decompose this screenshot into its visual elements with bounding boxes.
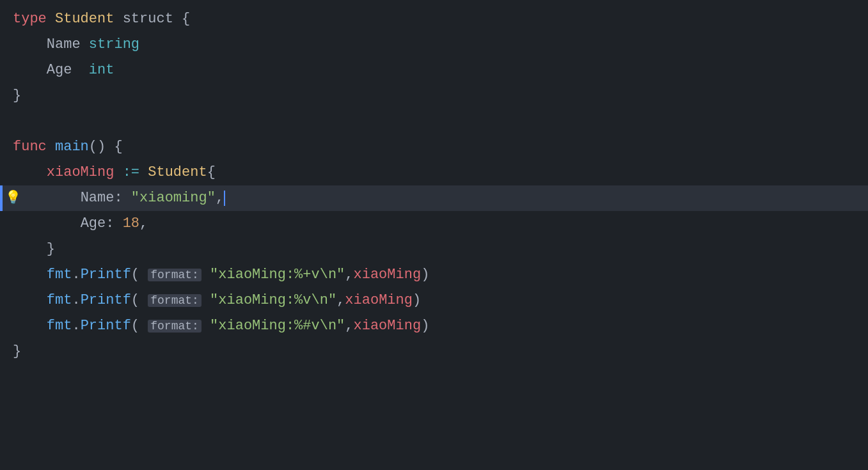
- plain-token: [13, 267, 47, 283]
- field-token: Name: [81, 190, 114, 206]
- punct-token: }: [13, 88, 21, 104]
- code-line: Age: 18,: [0, 211, 868, 237]
- line-content: }: [13, 84, 868, 107]
- plain-token: struct {: [114, 11, 190, 27]
- plain-token: [13, 190, 81, 206]
- pkg-token: fmt: [47, 318, 72, 334]
- punct-token: }: [47, 241, 55, 257]
- plain-token: ,: [336, 292, 345, 308]
- plain-token: () {: [89, 139, 123, 155]
- code-line: }: [0, 339, 868, 364]
- func-name-token: Printf: [81, 292, 131, 308]
- plain-token: [13, 318, 47, 334]
- field-token: Name: [47, 36, 81, 52]
- line-content: type Student struct {: [13, 8, 868, 30]
- plain-token: [201, 292, 210, 308]
- lightbulb-icon[interactable]: 💡: [5, 188, 21, 208]
- plain-token: [13, 241, 47, 257]
- plain-token: [47, 11, 55, 27]
- line-content: Age: 18,: [13, 212, 868, 235]
- param-hint: format:: [148, 269, 201, 281]
- pkg-token: fmt: [47, 267, 72, 283]
- active-line-indicator: [0, 185, 3, 211]
- plain-token: .: [72, 267, 80, 283]
- var-token: xiaoMing: [345, 292, 413, 308]
- string-token: "xiaoMing:%#v\n": [210, 318, 345, 334]
- plain-token: {: [207, 164, 216, 180]
- plain-token: ,: [216, 190, 224, 206]
- plain-token: [13, 36, 47, 52]
- func-name-token: Printf: [81, 318, 131, 334]
- plain-token: ,: [345, 318, 353, 334]
- type-name-token: Student: [55, 11, 114, 27]
- line-content: fmt.Printf( format: "xiaoMing:%v\n",xiao…: [13, 289, 868, 311]
- plain-token: ): [421, 267, 429, 283]
- string-token: "xiaoming": [131, 190, 216, 206]
- var-token: xiaoMing: [354, 318, 422, 334]
- code-content: type Student struct { Name string Age in…: [0, 6, 868, 364]
- string-token: "xiaoMing:%+v\n": [210, 267, 345, 283]
- builtin-token: string: [89, 36, 139, 52]
- var-token: xiaoMing: [47, 164, 114, 180]
- number-token: 18: [123, 215, 139, 231]
- code-line: xiaoMing := Student{: [0, 160, 868, 185]
- code-line: fmt.Printf( format: "xiaoMing:%v\n",xiao…: [0, 288, 868, 313]
- code-line: [0, 109, 868, 134]
- plain-token: .: [72, 292, 80, 308]
- plain-token: ,: [345, 267, 353, 283]
- line-content: xiaoMing := Student{: [13, 161, 868, 184]
- code-line: Name string: [0, 32, 868, 58]
- line-content: Name: "xiaoming",: [13, 187, 868, 209]
- plain-token: [201, 318, 210, 334]
- code-line: fmt.Printf( format: "xiaoMing:%#v\n",xia…: [0, 313, 868, 339]
- func-name-token: Printf: [81, 267, 131, 283]
- kw-token: type: [13, 11, 47, 27]
- plain-token: :: [106, 215, 122, 231]
- line-content: func main() {: [13, 136, 868, 158]
- pkg-token: fmt: [47, 292, 72, 308]
- plain-token: [13, 164, 47, 180]
- string-token: "xiaoMing:%v\n": [210, 292, 336, 308]
- plain-token: [201, 267, 210, 283]
- punct-token: }: [13, 343, 21, 359]
- plain-token: (: [131, 292, 148, 308]
- code-line: type Student struct {: [0, 6, 868, 32]
- plain-token: [114, 164, 122, 180]
- field-token: Age: [47, 62, 72, 78]
- code-line: fmt.Printf( format: "xiaoMing:%+v\n",xia…: [0, 262, 868, 288]
- plain-token: [81, 36, 89, 52]
- plain-token: (: [131, 267, 148, 283]
- line-content: Name string: [13, 33, 868, 56]
- builtin-token: int: [89, 62, 114, 78]
- plain-token: (: [131, 318, 148, 334]
- param-hint: format:: [148, 294, 201, 307]
- kw-token: func: [13, 139, 47, 155]
- code-line: }: [0, 83, 868, 109]
- line-content: fmt.Printf( format: "xiaoMing:%+v\n",xia…: [13, 263, 868, 286]
- plain-token: ,: [139, 215, 148, 231]
- field-token: Age: [81, 215, 106, 231]
- plain-token: ): [413, 292, 421, 308]
- func-name-token: main: [55, 139, 89, 155]
- code-line: }: [0, 237, 868, 262]
- operator-token: :=: [123, 164, 139, 180]
- plain-token: ): [421, 318, 429, 334]
- line-content: }: [13, 238, 868, 260]
- code-line: func main() {: [0, 134, 868, 160]
- var-token: xiaoMing: [354, 267, 422, 283]
- plain-token: :: [114, 190, 130, 206]
- param-hint: format:: [148, 320, 201, 333]
- plain-token: .: [72, 318, 80, 334]
- plain-token: [139, 164, 148, 180]
- line-content: fmt.Printf( format: "xiaoMing:%#v\n",xia…: [13, 315, 868, 337]
- plain-token: [13, 292, 47, 308]
- plain-token: [13, 215, 81, 231]
- code-line: Age int: [0, 58, 868, 83]
- line-content: Age int: [13, 59, 868, 81]
- text-cursor: [224, 191, 225, 206]
- plain-token: [13, 62, 47, 78]
- code-line: 💡 Name: "xiaoming",: [0, 185, 868, 211]
- line-content: }: [13, 340, 868, 363]
- plain-token: [47, 139, 55, 155]
- type-name-token: Student: [148, 164, 207, 180]
